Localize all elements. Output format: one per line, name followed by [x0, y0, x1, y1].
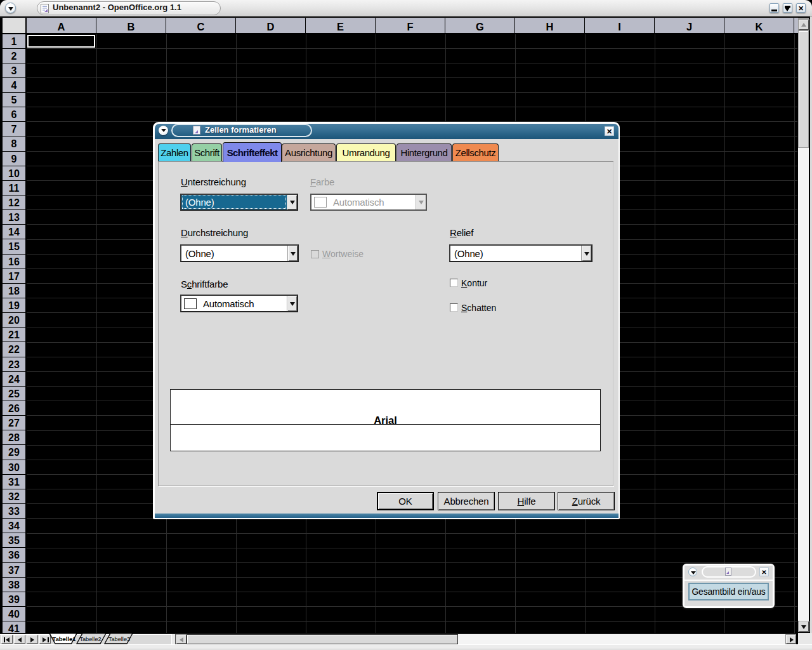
svg-text:Tabelle2: Tabelle2 — [79, 636, 101, 642]
svg-text:Tabelle3: Tabelle3 — [108, 636, 130, 642]
svg-text:Tabelle1: Tabelle1 — [52, 635, 76, 642]
